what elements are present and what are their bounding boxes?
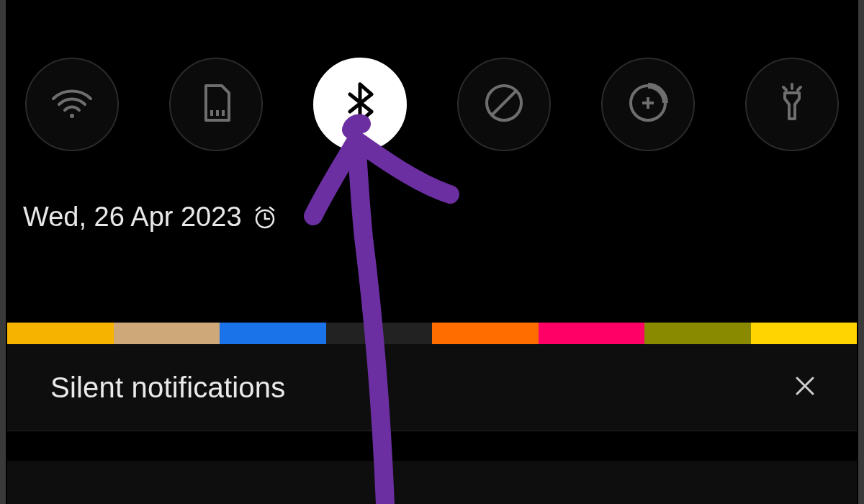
alarm-icon: [252, 204, 278, 230]
tile-wifi[interactable]: [25, 58, 119, 151]
tile-flashlight[interactable]: [745, 58, 839, 151]
tile-bluetooth[interactable]: [313, 58, 407, 151]
date-alarm-row[interactable]: Wed, 26 Apr 2023: [7, 180, 857, 261]
svg-line-15: [256, 207, 260, 210]
svg-point-0: [70, 114, 74, 118]
background-strip: [7, 323, 857, 344]
tile-dnd[interactable]: [457, 58, 551, 151]
svg-line-11: [798, 87, 801, 90]
silent-notifications-title: Silent notifications: [50, 372, 285, 404]
left-edge: [0, 0, 6, 504]
quick-settings-panel: Wed, 26 Apr 2023: [7, 0, 857, 261]
close-icon: [793, 374, 817, 401]
svg-line-5: [492, 91, 516, 115]
bluetooth-icon: [337, 80, 383, 129]
tile-sim[interactable]: [169, 58, 263, 151]
right-edge: [858, 0, 864, 504]
wifi-icon: [49, 80, 95, 129]
data-saver-icon: [625, 80, 671, 129]
silent-notifications-header[interactable]: Silent notifications: [7, 344, 857, 431]
date-text: Wed, 26 Apr 2023: [23, 202, 242, 233]
dnd-icon: [481, 80, 527, 129]
clear-silent-button[interactable]: [788, 370, 822, 405]
quick-settings-row: [7, 58, 857, 180]
next-notification-peek[interactable]: [7, 461, 857, 504]
svg-line-10: [783, 87, 786, 90]
tile-data-saver[interactable]: [601, 58, 695, 151]
sim-icon: [193, 80, 239, 129]
flashlight-icon: [769, 80, 815, 129]
svg-line-16: [270, 207, 274, 210]
